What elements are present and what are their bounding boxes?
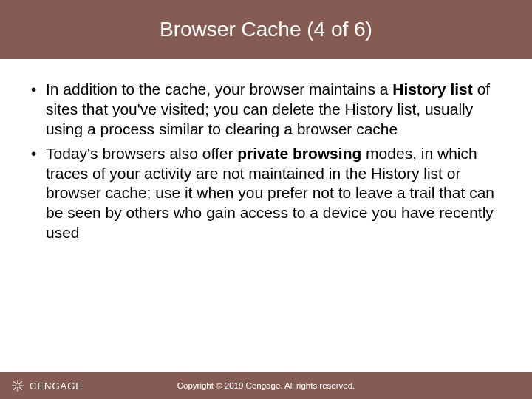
bullet-list: In addition to the cache, your browser m… bbox=[30, 80, 502, 243]
bullet-item: In addition to the cache, your browser m… bbox=[30, 80, 502, 140]
cengage-star-icon bbox=[10, 378, 25, 393]
brand-name: CENGAGE bbox=[30, 381, 83, 392]
footer-bar: CENGAGE Copyright © 2019 Cengage. All ri… bbox=[0, 372, 532, 399]
bullet-text-bold: History list bbox=[392, 81, 473, 98]
slide-title: Browser Cache (4 of 6) bbox=[160, 18, 372, 41]
title-bar: Browser Cache (4 of 6) bbox=[0, 0, 532, 59]
brand-logo: CENGAGE bbox=[10, 378, 83, 393]
bullet-text-pre: Today's browsers also offer bbox=[46, 145, 237, 162]
bullet-text-bold: private browsing bbox=[237, 145, 361, 162]
slide-content: In addition to the cache, your browser m… bbox=[0, 59, 532, 243]
copyright-text: Copyright © 2019 Cengage. All rights res… bbox=[177, 381, 355, 390]
bullet-text-pre: In addition to the cache, your browser m… bbox=[46, 81, 392, 98]
bullet-item: Today's browsers also offer private brow… bbox=[30, 144, 502, 243]
